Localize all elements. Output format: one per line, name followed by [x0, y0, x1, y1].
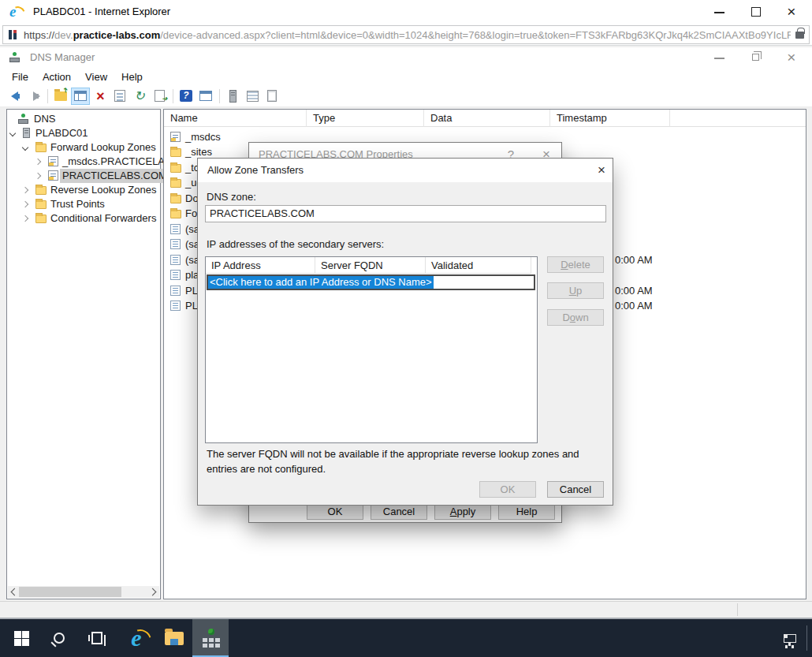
properties-ok-button[interactable]: OK — [307, 503, 363, 520]
ie-address-bar: https://dev.practice-labs.com/device-adv… — [0, 24, 812, 46]
windows-logo-icon — [14, 631, 29, 646]
dns-manager-app-icon — [9, 52, 20, 63]
tree-horizontal-scrollbar[interactable] — [8, 586, 159, 598]
scroll-right-icon[interactable] — [149, 588, 157, 596]
down-button[interactable]: Down — [547, 309, 604, 326]
show-desktop-button[interactable] — [806, 625, 807, 651]
dns-manager-title: DNS Manager — [30, 47, 95, 68]
chevron-right-icon[interactable] — [22, 215, 28, 222]
column-header-type[interactable]: Type — [307, 110, 424, 127]
azt-close-icon[interactable]: × — [590, 159, 613, 182]
task-view-button[interactable] — [79, 619, 115, 657]
zone-icon — [170, 132, 181, 142]
remote-desktop: DNS Manager × File Action View Help × ↻ … — [0, 46, 812, 619]
open-folder-icon[interactable] — [51, 88, 70, 105]
ie-maximize-button[interactable] — [743, 2, 769, 22]
column-header-server-fqdn[interactable]: Server FQDN — [315, 257, 426, 274]
add-ip-address-row[interactable]: <Click here to add an IP Address or DNS … — [207, 274, 535, 290]
menu-action[interactable]: Action — [35, 71, 78, 83]
dns-manager-titlebar: DNS Manager × — [0, 47, 812, 68]
console-tree-toggle-icon[interactable] — [71, 88, 90, 105]
forward-icon[interactable] — [24, 88, 43, 105]
chevron-down-icon[interactable] — [22, 144, 28, 151]
fqdn-note: The server FQDN will not be available if… — [207, 447, 587, 477]
allow-zone-transfers-dialog: Allow Zone Transfers × DNS zone: PRACTIC… — [197, 158, 613, 506]
timestamp-value: 0:00 AM — [615, 283, 653, 298]
folder-icon — [170, 179, 181, 188]
taskbar-dns-manager-button[interactable] — [192, 619, 229, 657]
ie-close-button[interactable]: × — [780, 2, 807, 22]
network-tray-button[interactable] — [776, 619, 804, 657]
zone-icon — [48, 170, 58, 181]
server-status-icon[interactable] — [223, 88, 242, 105]
list-header: Name Type Data Timestamp — [164, 110, 806, 127]
refresh-icon[interactable]: ↻ — [130, 88, 149, 105]
dns-zone-label: DNS zone: — [207, 191, 256, 203]
record-list-icon[interactable] — [243, 88, 262, 105]
timestamp-value: 0:00 AM — [615, 298, 653, 313]
url-text[interactable]: https://dev.practice-labs.com/device-adv… — [24, 29, 791, 41]
menu-help[interactable]: Help — [114, 71, 150, 83]
toolbar: × ↻ ? — [0, 85, 812, 107]
record-icon — [170, 270, 181, 280]
network-icon — [784, 634, 796, 643]
menu-view[interactable]: View — [78, 71, 114, 83]
export-list-icon[interactable] — [150, 88, 169, 105]
start-button[interactable] — [3, 619, 39, 657]
scroll-left-icon[interactable] — [11, 588, 19, 596]
back-icon[interactable] — [5, 88, 24, 105]
app-minimize-button[interactable] — [706, 47, 733, 68]
add-ip-address-placeholder[interactable]: <Click here to add an IP Address or DNS … — [208, 276, 434, 289]
clipboard-icon[interactable] — [263, 88, 281, 105]
up-button[interactable]: Up — [547, 282, 604, 299]
menu-file[interactable]: File — [5, 71, 35, 83]
properties-cancel-button[interactable]: Cancel — [371, 503, 427, 520]
chevron-right-icon[interactable] — [35, 173, 41, 179]
delete-icon[interactable]: × — [91, 88, 110, 105]
column-header-timestamp[interactable]: Timestamp — [550, 110, 670, 127]
azt-dialog-titlebar[interactable]: Allow Zone Transfers × — [198, 159, 613, 182]
properties-icon[interactable] — [110, 88, 129, 105]
chevron-right-icon[interactable] — [22, 201, 28, 207]
column-header-ip-address[interactable]: IP Address — [206, 257, 315, 274]
chevron-right-icon[interactable] — [22, 187, 28, 193]
dns-root-icon — [18, 114, 29, 125]
folder-icon — [35, 215, 47, 223]
folder-icon — [170, 210, 181, 218]
azt-cancel-button[interactable]: Cancel — [547, 481, 604, 498]
chevron-down-icon[interactable] — [9, 130, 16, 136]
taskbar: e — [0, 619, 812, 657]
url-input[interactable]: https://dev.practice-labs.com/device-adv… — [2, 25, 810, 44]
properties-apply-button[interactable]: Apply — [434, 503, 491, 520]
ie-window: e PLABDC01 - Internet Explorer × https:/… — [0, 0, 812, 657]
app-close-button[interactable]: × — [780, 47, 807, 68]
console-window-icon[interactable] — [196, 88, 215, 105]
taskbar-search-button[interactable] — [41, 619, 77, 657]
internet-explorer-icon: e — [131, 626, 141, 650]
taskbar-ie-button[interactable]: e — [118, 619, 155, 657]
record-icon — [170, 239, 181, 249]
azt-ok-button[interactable]: OK — [479, 481, 536, 498]
folder-icon — [35, 144, 47, 152]
azt-dialog-title: Allow Zone Transfers — [207, 159, 304, 182]
app-restore-button[interactable] — [743, 47, 769, 68]
scrollbar-thumb[interactable] — [19, 587, 121, 597]
delete-button[interactable]: Delete — [547, 256, 604, 273]
folder-icon — [35, 200, 47, 209]
console-tree-pane: DNS PLABDC01 Forward Lookup Zones _msdcs… — [6, 109, 161, 599]
secondary-servers-list[interactable]: IP Address Server FQDN Validated <Click … — [205, 256, 538, 443]
dns-zone-field[interactable]: PRACTICELABS.COM — [205, 205, 606, 222]
column-header-name[interactable]: Name — [164, 110, 307, 127]
timestamp-value: 0:00 AM — [615, 252, 653, 267]
properties-help-button[interactable]: Help — [498, 503, 555, 520]
help-icon[interactable]: ? — [177, 88, 196, 105]
record-icon — [170, 301, 181, 311]
record-icon — [170, 286, 181, 296]
folder-icon — [170, 195, 181, 203]
chevron-right-icon[interactable] — [35, 159, 41, 165]
ie-minimize-button[interactable] — [706, 2, 733, 22]
column-header-data[interactable]: Data — [424, 110, 550, 127]
taskbar-file-explorer-button[interactable] — [156, 619, 192, 657]
column-header-validated[interactable]: Validated — [426, 257, 531, 274]
server-icon — [23, 128, 30, 138]
